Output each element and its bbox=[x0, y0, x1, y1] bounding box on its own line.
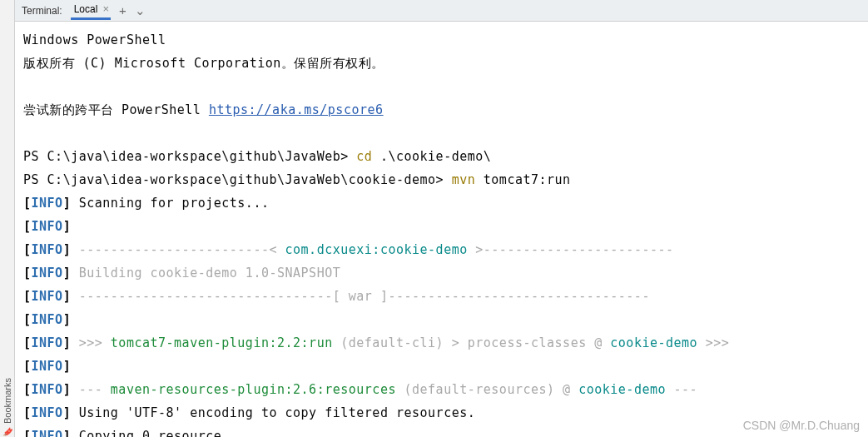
log-line: [INFO] Building cookie-demo 1.0-SNAPSHOT bbox=[23, 266, 340, 281]
line: 尝试新的跨平台 PowerShell https://aka.ms/pscore… bbox=[23, 102, 384, 117]
log-line: [INFO] bbox=[23, 359, 71, 374]
log-line: [INFO] bbox=[23, 219, 71, 234]
log-line: [INFO] Using 'UTF-8' encoding to copy fi… bbox=[23, 405, 475, 420]
tool-window-stripe: 🔖 Bookmarks bbox=[0, 0, 15, 437]
log-line: [INFO] bbox=[23, 312, 71, 327]
prompt-line: PS C:\java\idea-workspace\github\JavaWeb… bbox=[23, 172, 571, 187]
log-line: [INFO] --------------------------------[… bbox=[23, 289, 650, 304]
line: Windows PowerShell bbox=[23, 32, 166, 47]
tab-menu-chevron-icon[interactable]: ⌄ bbox=[135, 4, 146, 17]
bookmarks-label: Bookmarks bbox=[2, 378, 12, 424]
log-line: [INFO] >>> tomcat7-maven-plugin:2.2:run … bbox=[23, 335, 729, 350]
new-tab-button[interactable]: + bbox=[119, 4, 126, 17]
tab-label: Local bbox=[74, 3, 98, 15]
terminal-panel: Terminal: Local × + ⌄ Windows PowerShell… bbox=[15, 0, 868, 437]
line: 版权所有 (C) Microsoft Corporation。保留所有权利。 bbox=[23, 56, 384, 71]
log-line: [INFO] ------------------------< com.dcx… bbox=[23, 242, 674, 257]
terminal-output[interactable]: Windows PowerShell 版权所有 (C) Microsoft Co… bbox=[15, 22, 868, 437]
log-line: [INFO] --- maven-resources-plugin:2.6:re… bbox=[23, 382, 697, 397]
terminal-title: Terminal: bbox=[22, 5, 62, 17]
bookmark-icon: 🔖 bbox=[2, 428, 12, 437]
log-line: [INFO] Copying 0 resource bbox=[23, 429, 221, 437]
close-icon[interactable]: × bbox=[102, 3, 109, 14]
pscore-link[interactable]: https://aka.ms/pscore6 bbox=[209, 102, 384, 117]
log-line: [INFO] Scanning for projects... bbox=[23, 196, 269, 211]
bookmarks-tool-button[interactable]: 🔖 Bookmarks bbox=[2, 373, 12, 437]
prompt-line: PS C:\java\idea-workspace\github\JavaWeb… bbox=[23, 149, 491, 164]
terminal-header: Terminal: Local × + ⌄ bbox=[15, 0, 868, 22]
terminal-tab-local[interactable]: Local × bbox=[71, 2, 111, 20]
